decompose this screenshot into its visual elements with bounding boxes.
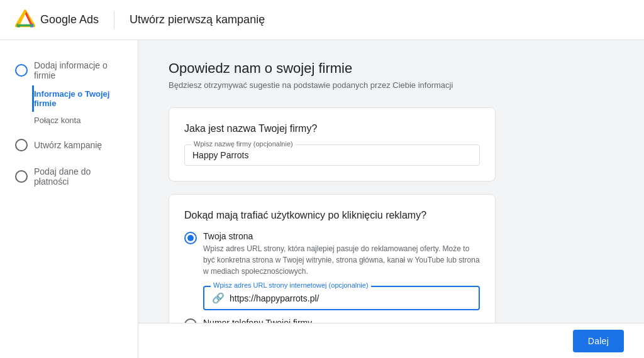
sidebar-item-create-campaign[interactable]: Utwórz kampanię xyxy=(0,134,138,156)
sidebar-item-label-2: Utwórz kampanię xyxy=(34,140,102,150)
url-field-wrapper: Wpisz adres URL strony internetowej (opc… xyxy=(203,286,480,310)
sidebar-item-add-company-info[interactable]: Dodaj informacje o firmie xyxy=(0,55,138,85)
sidebar-step-icon-2 xyxy=(15,139,28,151)
header: Google Ads Utwórz pierwszą kampanię xyxy=(0,0,644,40)
sidebar: Dodaj informacje o firmie Informacje o T… xyxy=(0,40,138,358)
sidebar-item-label-3: Podaj dane do płatności xyxy=(34,166,123,187)
radio-button-own-site xyxy=(184,232,197,244)
url-section: Wpisz adres URL strony internetowej (opc… xyxy=(203,286,480,310)
footer: Dalej xyxy=(138,323,644,358)
sidebar-step-icon-1 xyxy=(15,64,28,77)
content-subtitle: Będziesz otrzymywać sugestie na podstawi… xyxy=(169,80,614,90)
url-field-label: Wpisz adres URL strony internetowej (opc… xyxy=(211,281,371,289)
sidebar-section-payment: Podaj dane do płatności xyxy=(0,161,138,192)
google-ads-logo-icon xyxy=(15,9,35,31)
radio-option-own-site[interactable]: Twoja strona Wpisz adres URL strony, któ… xyxy=(184,231,480,310)
company-name-question: Jaka jest nazwa Twojej firmy? xyxy=(184,123,480,134)
main-content: Opowiedz nam o swojej firmie Będziesz ot… xyxy=(138,40,644,358)
header-divider xyxy=(114,11,114,29)
company-name-card: Jaka jest nazwa Twojej firmy? Wpisz nazw… xyxy=(169,107,496,182)
content-title: Opowiedz nam o swojej firmie xyxy=(169,60,614,77)
sidebar-item-label-1: Dodaj informacje o firmie xyxy=(34,60,123,80)
sidebar-sub-item-connect-accounts[interactable]: Połącz konta xyxy=(34,112,138,129)
landing-page-question: Dokąd mają trafiać użytkownicy po klikni… xyxy=(184,210,480,221)
header-logo: Google Ads xyxy=(15,9,99,31)
sidebar-step-icon-3 xyxy=(15,170,28,183)
next-button[interactable]: Dalej xyxy=(573,330,624,352)
company-name-input[interactable] xyxy=(192,150,472,160)
radio-label-own-site: Twoja strona xyxy=(203,231,480,241)
radio-content-own-site: Twoja strona Wpisz adres URL strony, któ… xyxy=(203,231,480,310)
link-icon: 🔗 xyxy=(212,292,225,304)
sidebar-item-payment[interactable]: Podaj dane do płatności xyxy=(0,161,138,192)
sidebar-section-campaign: Utwórz kampanię xyxy=(0,134,138,156)
google-ads-text: Google Ads xyxy=(40,13,99,26)
header-page-title: Utwórz pierwszą kampanię xyxy=(130,13,265,26)
main-layout: Dodaj informacje o firmie Informacje o T… xyxy=(0,40,644,358)
radio-desc-own-site: Wpisz adres URL strony, która najlepiej … xyxy=(203,243,480,277)
sidebar-section-company-info: Dodaj informacje o firmie Informacje o T… xyxy=(0,55,138,129)
company-name-field-label: Wpisz nazwę firmy (opcjonalnie) xyxy=(191,140,296,148)
sidebar-sub-item-company-info[interactable]: Informacje o Twojej firmie xyxy=(32,85,138,112)
sidebar-sub-items-1: Informacje o Twojej firmie Połącz konta xyxy=(0,85,138,129)
company-name-field-wrapper: Wpisz nazwę firmy (opcjonalnie) xyxy=(184,144,480,166)
url-input[interactable] xyxy=(230,293,471,303)
